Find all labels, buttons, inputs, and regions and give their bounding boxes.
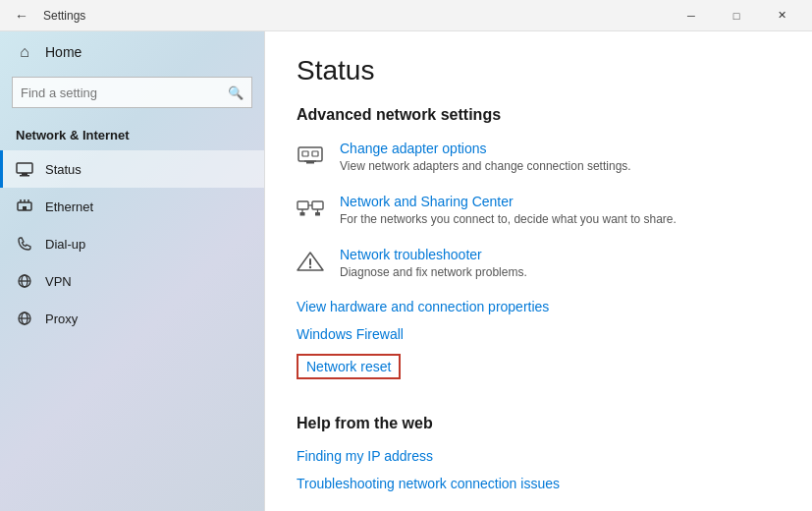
- sidebar-item-ethernet[interactable]: Ethernet: [0, 188, 264, 225]
- sidebar-item-vpn[interactable]: VPN: [0, 262, 264, 300]
- help-link-troubleshoot[interactable]: Troubleshooting network connection issue…: [297, 476, 781, 491]
- status-label: Status: [45, 162, 81, 177]
- svg-point-28: [309, 266, 311, 268]
- status-icon: [16, 160, 33, 178]
- sharing-icon: [297, 195, 324, 222]
- network-reset-box: Network reset: [297, 354, 401, 379]
- troubleshooter-text: Network troubleshooter Diagnose and fix …: [340, 246, 527, 279]
- close-button[interactable]: ✕: [759, 0, 804, 31]
- adapter-icon: [297, 142, 324, 169]
- search-icon: 🔍: [228, 85, 244, 100]
- windows-firewall-link[interactable]: Windows Firewall: [297, 326, 781, 342]
- svg-rect-25: [315, 212, 320, 216]
- ethernet-label: Ethernet: [45, 199, 93, 214]
- network-reset-link[interactable]: Network reset: [306, 359, 391, 374]
- sidebar-item-status[interactable]: Status: [0, 150, 264, 188]
- help-link-ip[interactable]: Finding my IP address: [297, 448, 781, 464]
- sharing-center-item: Network and Sharing Center For the netwo…: [297, 193, 781, 226]
- sidebar-item-dialup[interactable]: Dial-up: [0, 225, 264, 262]
- svg-rect-16: [312, 151, 318, 156]
- app-title: Settings: [43, 9, 85, 23]
- adapter-options-item: Change adapter options View network adap…: [297, 140, 781, 173]
- svg-rect-18: [306, 161, 314, 164]
- help-section: Help from the web Finding my IP address …: [297, 415, 781, 491]
- dialup-label: Dial-up: [45, 237, 85, 252]
- svg-rect-20: [312, 201, 323, 209]
- proxy-label: Proxy: [45, 312, 78, 326]
- svg-rect-24: [300, 212, 305, 216]
- search-box[interactable]: 🔍: [12, 77, 252, 108]
- adapter-desc: View network adapters and change connect…: [340, 159, 631, 173]
- vpn-icon: [16, 272, 33, 290]
- help-title: Help from the web: [297, 415, 781, 432]
- sharing-link[interactable]: Network and Sharing Center: [340, 194, 514, 209]
- troubleshooter-link[interactable]: Network troubleshooter: [340, 247, 482, 262]
- svg-rect-7: [23, 206, 27, 210]
- sidebar-item-home[interactable]: ⌂ Home: [0, 31, 264, 73]
- home-label: Home: [45, 44, 81, 60]
- sidebar-item-proxy[interactable]: Proxy: [0, 300, 264, 337]
- sidebar: ⌂ Home 🔍 Network & Internet Status: [0, 31, 265, 511]
- window-controls: ─ □ ✕: [669, 0, 804, 31]
- troubleshooter-desc: Diagnose and fix network problems.: [340, 265, 527, 279]
- search-input[interactable]: [21, 85, 228, 100]
- svg-rect-19: [298, 201, 308, 209]
- title-bar: ← Settings ─ □ ✕: [0, 0, 812, 31]
- adapter-link[interactable]: Change adapter options: [340, 141, 486, 156]
- troubleshooter-icon: [297, 248, 324, 275]
- svg-rect-1: [22, 173, 27, 175]
- home-icon: ⌂: [16, 43, 33, 61]
- vpn-label: VPN: [45, 274, 72, 289]
- title-bar-left: ← Settings: [8, 2, 85, 29]
- content-area: Status Advanced network settings Change …: [265, 31, 812, 511]
- troubleshooter-item: Network troubleshooter Diagnose and fix …: [297, 246, 781, 279]
- ethernet-icon: [16, 198, 33, 215]
- dialup-icon: [16, 235, 33, 253]
- minimize-button[interactable]: ─: [669, 0, 714, 31]
- svg-rect-15: [302, 151, 308, 156]
- maximize-button[interactable]: □: [714, 0, 759, 31]
- app-body: ⌂ Home 🔍 Network & Internet Status: [0, 31, 812, 511]
- advanced-section-title: Advanced network settings: [297, 106, 781, 124]
- proxy-icon: [16, 310, 33, 327]
- adapter-text: Change adapter options View network adap…: [340, 140, 631, 173]
- back-button[interactable]: ←: [8, 2, 35, 29]
- sharing-text: Network and Sharing Center For the netwo…: [340, 193, 677, 226]
- sharing-desc: For the networks you connect to, decide …: [340, 212, 677, 226]
- sidebar-section-title: Network & Internet: [0, 120, 264, 150]
- svg-rect-0: [17, 163, 32, 173]
- page-title: Status: [297, 55, 781, 86]
- hardware-properties-link[interactable]: View hardware and connection properties: [297, 299, 781, 314]
- svg-rect-2: [20, 175, 29, 177]
